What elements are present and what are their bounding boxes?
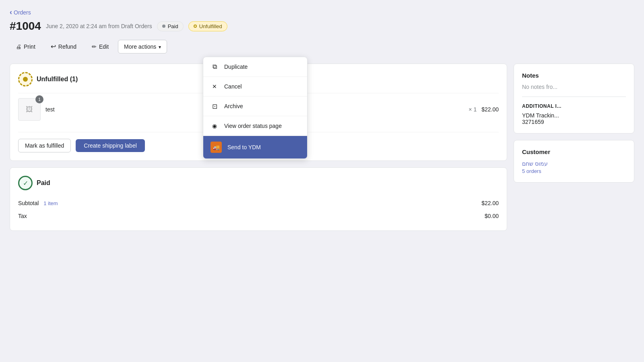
tax-row: Tax $0.00 xyxy=(18,210,499,222)
subtotal-sub: 1 item xyxy=(43,200,58,206)
subtotal-value: $22.00 xyxy=(481,200,499,206)
customer-orders: 5 orders xyxy=(522,168,626,174)
chevron-down-icon xyxy=(159,43,161,50)
dropdown-item-archive[interactable]: Archive xyxy=(203,97,307,116)
customer-card: Customer עמוס שחם 5 orders xyxy=(514,140,634,183)
dropdown-item-view-status[interactable]: View order status page xyxy=(203,116,307,136)
dropdown-item-send-ydm[interactable]: 🚚 Send to YDM xyxy=(203,136,307,158)
unfulfilled-dot-inner xyxy=(23,77,28,82)
back-label: Orders xyxy=(14,9,31,16)
additional-section: ADDITIONAL I... YDM Trackin... 3271659 xyxy=(522,97,626,125)
unfulfilled-label: Unfulfilled xyxy=(199,23,222,29)
archive-icon xyxy=(211,102,219,110)
more-actions-label: More actions xyxy=(124,43,156,50)
subtotal-label: Subtotal xyxy=(18,200,39,206)
print-icon xyxy=(16,43,21,50)
tax-label: Tax xyxy=(18,213,27,219)
paid-card-header: Paid xyxy=(18,176,499,190)
view-status-label: View order status page xyxy=(224,123,282,129)
product-price: $22.00 xyxy=(481,106,499,113)
more-actions-button[interactable]: More actions xyxy=(118,40,167,53)
customer-title: Customer xyxy=(522,148,626,155)
refund-label: Refund xyxy=(58,43,76,50)
archive-label: Archive xyxy=(224,103,243,109)
product-price-area: × 1 $22.00 xyxy=(469,106,499,113)
page-header: #1004 June 2, 2020 at 2:24 am from Draft… xyxy=(10,20,634,33)
refund-button[interactable]: Refund xyxy=(45,39,83,54)
product-image-icon xyxy=(26,105,33,114)
subtotal-label-group: Subtotal 1 item xyxy=(18,200,58,206)
unfulfilled-badge: Unfulfilled xyxy=(188,21,227,31)
main-content: Unfulfilled (1) 1 test × 1 $22.00 Mark a… xyxy=(10,64,634,231)
order-meta: June 2, 2020 at 2:24 am from Draft Order… xyxy=(46,23,152,29)
more-actions-dropdown: Duplicate Cancel Archive View order stat… xyxy=(203,57,308,159)
notes-card: Notes No notes fro... ADDITIONAL I... YD… xyxy=(514,64,634,134)
unfulfilled-status-icon xyxy=(18,72,33,86)
paid-card: Paid Subtotal 1 item $22.00 Tax $0.00 xyxy=(10,167,507,231)
paid-dot xyxy=(162,25,165,28)
product-thumbnail: 1 xyxy=(18,98,41,121)
unfulfilled-title: Unfulfilled (1) xyxy=(37,76,78,83)
ydm-icon: 🚚 xyxy=(211,142,222,153)
additional-title: ADDITIONAL I... xyxy=(522,103,626,109)
customer-name-link[interactable]: עמוס שחם xyxy=(522,160,548,167)
paid-label: Paid xyxy=(168,23,178,29)
toolbar: Print Refund Edit More actions Duplicate… xyxy=(10,39,634,54)
create-shipping-button[interactable]: Create shipping label xyxy=(76,139,145,152)
right-column: Notes No notes fro... ADDITIONAL I... YD… xyxy=(514,64,634,231)
tracking-value: 3271659 xyxy=(522,119,626,125)
unfulfilled-dot xyxy=(194,25,197,28)
subtotal-row: Subtotal 1 item $22.00 xyxy=(18,197,499,210)
duplicate-label: Duplicate xyxy=(224,64,248,70)
print-label: Print xyxy=(24,43,35,50)
edit-icon xyxy=(92,43,97,50)
back-nav[interactable]: Orders xyxy=(10,8,31,16)
tracking-label: YDM Trackin... xyxy=(522,112,626,119)
tax-value: $0.00 xyxy=(485,213,499,219)
view-status-icon xyxy=(211,122,219,130)
edit-label: Edit xyxy=(99,43,109,50)
notes-title: Notes xyxy=(522,72,626,79)
mark-fulfilled-button[interactable]: Mark as fulfilled xyxy=(18,139,71,152)
send-ydm-label: Send to YDM xyxy=(227,144,261,150)
notes-empty-text: No notes fro... xyxy=(522,84,626,90)
dropdown-item-cancel[interactable]: Cancel xyxy=(203,77,307,97)
dropdown-item-duplicate[interactable]: Duplicate xyxy=(203,57,307,77)
edit-button[interactable]: Edit xyxy=(86,40,115,53)
cancel-icon xyxy=(211,82,219,90)
cancel-label: Cancel xyxy=(224,83,242,90)
refund-icon xyxy=(51,43,56,50)
product-multiplier: × 1 xyxy=(469,106,477,113)
product-quantity-badge: 1 xyxy=(35,95,43,103)
paid-title: Paid xyxy=(37,179,50,187)
paid-badge: Paid xyxy=(157,21,184,31)
checkmark-icon xyxy=(23,179,28,187)
back-icon xyxy=(10,8,12,16)
order-number: #1004 xyxy=(10,20,41,33)
paid-status-icon xyxy=(18,176,33,190)
print-button[interactable]: Print xyxy=(10,40,41,53)
duplicate-icon xyxy=(211,63,219,71)
